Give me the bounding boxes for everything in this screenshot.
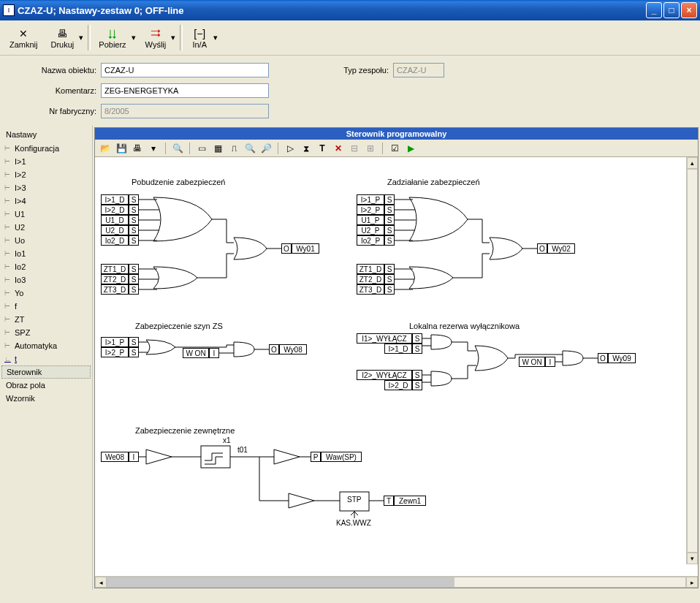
sidebar-item-i4[interactable]: ⊢I>4 — [1, 194, 91, 208]
scroll-thumb[interactable] — [107, 577, 454, 587]
delete-icon[interactable]: ✕ — [332, 143, 344, 154]
save-icon[interactable]: 💾 — [115, 143, 127, 154]
section-label: Zabezpieczenie szyn ZS — [135, 322, 223, 330]
maximize-button[interactable]: □ — [663, 2, 680, 18]
download-tool[interactable]: ⮇ Pobierz ▾ — [92, 22, 138, 53]
sidebar-item-u2[interactable]: ⊢U2 — [1, 221, 91, 234]
signal-box[interactable]: I>2_P — [357, 205, 384, 215]
signal-box[interactable]: U2_D — [101, 225, 129, 235]
select-icon[interactable]: ▭ — [196, 143, 208, 154]
preview-icon[interactable]: 🔍 — [172, 143, 183, 154]
sidebar-item-obraz[interactable]: Obraz pola — [1, 379, 91, 392]
signal-box[interactable]: I2>_WYŁĄCZ — [357, 370, 412, 380]
t01-label: t01 — [237, 446, 248, 454]
dropdown-icon[interactable]: ▾ — [77, 23, 85, 53]
sidebar-item-wzornik[interactable]: Wzornik — [1, 392, 91, 405]
close-tool[interactable]: ✕ Zamknij — [3, 22, 45, 53]
send-tool[interactable]: ⮆ Wyślij ▾ — [139, 22, 179, 53]
check-icon[interactable]: ☑ — [389, 143, 400, 154]
signal-box[interactable]: ZT2_D — [101, 274, 129, 284]
signal-box[interactable]: Io2_D — [101, 235, 129, 246]
output-box[interactable]: Wy09 — [608, 353, 636, 363]
vertical-scrollbar[interactable]: ▴ ▾ — [686, 157, 698, 564]
signal-box[interactable]: I>2_P — [101, 347, 129, 357]
output-box[interactable]: Waw(SP) — [321, 452, 362, 462]
scroll-up-icon[interactable]: ▴ — [687, 157, 698, 169]
sidebar-item-konfiguracja[interactable]: ⊢Konfiguracja — [1, 142, 91, 155]
sidebar-item-spz[interactable]: ⊢SPZ — [1, 326, 91, 339]
find-icon[interactable]: 🔎 — [260, 143, 272, 154]
ungroup-icon[interactable]: ⊟ — [349, 143, 360, 154]
connector-icon[interactable]: ⎍ — [228, 143, 240, 154]
signal-box[interactable]: I>2_D — [101, 205, 129, 215]
sidebar-item-sterownik[interactable]: Sterownik — [1, 365, 91, 379]
dropdown-icon[interactable]: ▾ — [169, 23, 178, 53]
sidebar-item-t[interactable]: ∟t — [1, 352, 91, 365]
flag-s: S — [384, 284, 395, 295]
signal-box[interactable]: I>1_P — [101, 337, 129, 347]
signal-box[interactable]: U1_P — [357, 215, 384, 225]
scroll-right-icon[interactable]: ▸ — [686, 577, 698, 588]
horizontal-scrollbar[interactable]: ◂ ▸ — [95, 576, 698, 588]
signal-box[interactable]: U1_D — [101, 215, 129, 225]
group-icon[interactable]: ⊞ — [365, 143, 376, 154]
won-box[interactable]: W ON — [183, 348, 209, 358]
scroll-track[interactable] — [687, 169, 698, 553]
signal-box[interactable]: I>1_D — [101, 194, 129, 205]
object-input[interactable] — [101, 63, 269, 77]
diagram-canvas[interactable]: Pobudzenie zabezpieczeń Zadziałanie zabe… — [95, 157, 686, 576]
text-icon[interactable]: T — [316, 143, 328, 154]
sidebar-item-label: Uo — [15, 236, 25, 245]
sidebar-header[interactable]: Nastawy — [1, 127, 91, 142]
signal-box[interactable]: We08 — [101, 452, 129, 462]
flip-icon[interactable]: ⧗ — [300, 143, 312, 154]
signal-box[interactable]: U2_P — [357, 225, 384, 235]
sidebar-item-io3[interactable]: ⊢Io3 — [1, 273, 91, 287]
signal-box[interactable]: I>2_D — [384, 380, 412, 390]
run-icon[interactable]: ▶ — [405, 143, 416, 154]
signal-box[interactable]: ZT3_D — [357, 284, 384, 295]
send-label: Wyślij — [145, 40, 167, 49]
grid-icon[interactable]: ▦ — [212, 143, 224, 154]
print-tool[interactable]: 🖶 Drukuj ▾ — [45, 22, 87, 53]
triangle-icon[interactable]: ▷ — [284, 143, 296, 154]
sidebar-item-i1[interactable]: ⊢I>1 — [1, 155, 91, 168]
output-box[interactable]: Zewn1 — [394, 496, 426, 506]
signal-box[interactable]: I>1_P — [357, 194, 384, 205]
signal-box[interactable]: ZT2_D — [357, 274, 384, 284]
sidebar-item-zt[interactable]: ⊢ZT — [1, 313, 91, 326]
close-button[interactable]: × — [681, 2, 697, 18]
sidebar-item-io1[interactable]: ⊢Io1 — [1, 247, 91, 260]
output-box[interactable]: Wy01 — [292, 243, 319, 254]
dropdown-icon[interactable]: ▾ — [129, 23, 138, 53]
signal-box[interactable]: ZT1_D — [101, 264, 129, 274]
scroll-left-icon[interactable]: ◂ — [95, 577, 107, 588]
sidebar-item-automatyka[interactable]: ⊢Automatyka — [1, 339, 91, 352]
signal-box[interactable]: ZT3_D — [101, 284, 129, 295]
signal-box[interactable]: Io2_P — [357, 235, 384, 246]
sidebar-item-f[interactable]: ⊢f — [1, 300, 91, 313]
output-box[interactable]: Wy02 — [547, 243, 575, 254]
dropdown-icon[interactable]: ▾ — [211, 23, 220, 53]
print-icon[interactable]: 🖶 — [132, 143, 143, 154]
output-box[interactable]: Wy08 — [279, 344, 307, 354]
signal-box[interactable]: I1>_WYŁĄCZ — [357, 333, 412, 344]
sidebar-item-io2[interactable]: ⊢Io2 — [1, 260, 91, 273]
signal-box[interactable]: I>1_D — [384, 344, 412, 354]
zoom-icon[interactable]: 🔍 — [244, 143, 256, 154]
ina-tool[interactable]: [−] In/A ▾ — [184, 22, 221, 53]
open-icon[interactable]: 📂 — [99, 143, 111, 154]
dropdown-icon[interactable]: ▾ — [148, 143, 159, 154]
scroll-track[interactable] — [107, 577, 686, 588]
sidebar-item-yo[interactable]: ⊢Yo — [1, 287, 91, 300]
minimize-button[interactable]: _ — [646, 2, 662, 18]
sidebar-item-uo[interactable]: ⊢Uo — [1, 234, 91, 247]
comment-input[interactable] — [101, 83, 269, 98]
sidebar-item-u1[interactable]: ⊢U1 — [1, 208, 91, 221]
scroll-down-icon[interactable]: ▾ — [687, 553, 698, 564]
signal-box[interactable]: ZT1_D — [357, 264, 384, 274]
flag-o: O — [269, 344, 279, 354]
won-box[interactable]: W ON — [519, 357, 545, 367]
sidebar-item-i3[interactable]: ⊢I>3 — [1, 181, 91, 194]
sidebar-item-i2[interactable]: ⊢I>2 — [1, 168, 91, 181]
